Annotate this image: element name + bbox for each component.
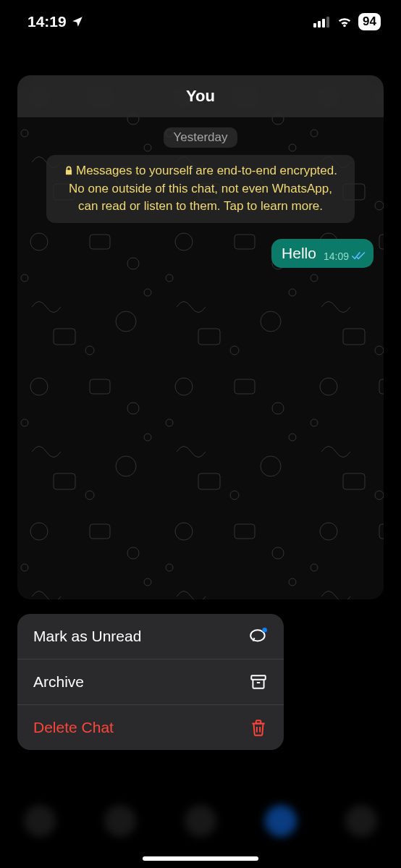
context-menu: Mark as Unread Archive Delete Chat (17, 614, 284, 750)
message-bubble[interactable]: Hello 14:09 (271, 239, 373, 268)
tab-icon-blur (185, 805, 216, 837)
battery-indicator: 94 (358, 13, 381, 30)
tab-icon-blur (104, 805, 136, 837)
encryption-notice[interactable]: Messages to yourself are end-to-end encr… (46, 155, 355, 223)
menu-mark-unread[interactable]: Mark as Unread (17, 614, 284, 660)
message-meta: 14:09 (324, 250, 366, 262)
tab-icon-blur (24, 805, 56, 837)
trash-icon (249, 718, 268, 737)
location-icon (71, 15, 84, 28)
chat-preview-card[interactable]: You Yesterday Messages to yourself are e… (17, 75, 384, 599)
lock-icon (64, 166, 74, 176)
menu-label: Mark as Unread (33, 628, 141, 645)
read-checkmarks-icon (352, 251, 366, 261)
tab-bar-blurred (0, 774, 401, 868)
archive-icon (249, 673, 268, 691)
chat-unread-icon (249, 627, 268, 646)
menu-label: Delete Chat (33, 719, 114, 736)
message-text: Hello (282, 245, 316, 262)
menu-label: Archive (33, 673, 84, 691)
chat-header: You (17, 75, 384, 117)
message-time: 14:09 (324, 250, 349, 262)
menu-archive[interactable]: Archive (17, 660, 284, 705)
status-right: 94 (313, 13, 381, 30)
svg-point-0 (250, 630, 265, 641)
svg-point-1 (262, 628, 267, 633)
clock: 14:19 (28, 13, 67, 30)
status-left: 14:19 (28, 13, 84, 30)
signal-icon (313, 17, 329, 28)
tab-icon-blur (345, 805, 377, 837)
chat-title: You (186, 87, 215, 106)
home-indicator[interactable] (143, 856, 258, 861)
menu-delete-chat[interactable]: Delete Chat (17, 705, 284, 750)
svg-rect-2 (251, 675, 266, 679)
date-separator: Yesterday (164, 127, 238, 148)
tab-icon-blur (265, 805, 297, 837)
status-bar: 14:19 94 (0, 0, 401, 43)
wifi-icon (337, 14, 353, 30)
